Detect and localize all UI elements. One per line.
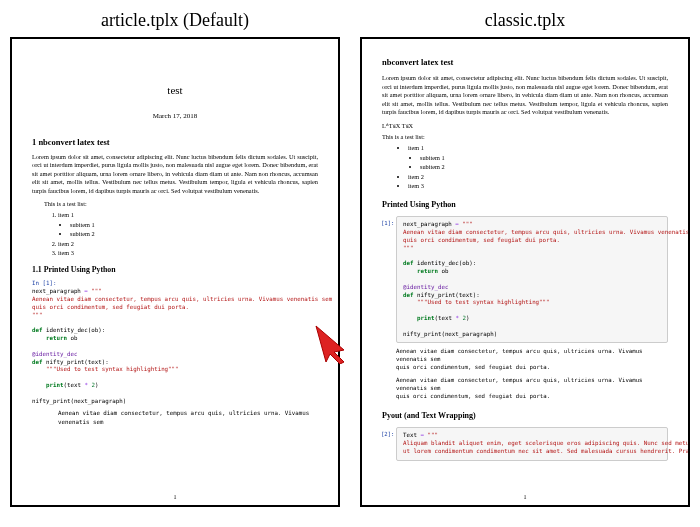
list-item: item 3 [408, 182, 668, 191]
code-block: next_paragraph = """ Aenean vitae diam c… [403, 221, 661, 338]
code-block: Text = """ Aliquam blandit aliquet enim,… [403, 432, 661, 455]
list-intro: This is a test list: [382, 133, 668, 142]
subsection-heading: Printed Using Python [382, 200, 668, 211]
lorem-paragraph: Lorem ipsum dolor sit amet, consectetur … [382, 74, 668, 117]
test-list: item 1 [32, 211, 318, 220]
latex-label: LᴬTᴇX TᴇX [382, 122, 668, 131]
classic-page: nbconvert latex test Lorem ipsum dolor s… [360, 37, 690, 507]
code-output: Aenean vitae diam consectetur, tempus ar… [396, 377, 668, 401]
right-template-label: classic.tplx [485, 0, 565, 37]
list-item: item 2 [408, 173, 668, 182]
list-item: item 2 [58, 240, 318, 249]
left-pane: article.tplx (Default) test March 17, 20… [0, 0, 350, 527]
test-list-cont: item 2 item 3 [382, 173, 668, 190]
list-item: item 1 [408, 144, 668, 153]
left-template-label: article.tplx (Default) [101, 0, 249, 37]
input-prompt: [2]: [381, 431, 394, 439]
doc-date: March 17, 2018 [32, 112, 318, 121]
input-prompt: In [1]: [32, 280, 58, 288]
code-output: Aenean vitae diam consectetur, tempus ar… [32, 409, 318, 425]
test-sublist: subitem 1 subitem 2 [382, 154, 668, 171]
list-item: subitem 1 [420, 154, 668, 163]
code-block: next_paragraph = """ Aenean vitae diam c… [32, 288, 332, 405]
section-heading: 1 nbconvert latex test [32, 137, 318, 148]
page-number: 1 [362, 493, 688, 501]
list-item: item 1 [58, 211, 318, 220]
test-list: item 1 [382, 144, 668, 153]
subsection-heading: Pyout (and Text Wrapping) [382, 411, 668, 422]
right-pane: classic.tplx nbconvert latex test Lorem … [350, 0, 700, 527]
section-heading: nbconvert latex test [382, 57, 668, 68]
list-item: subitem 2 [70, 230, 318, 239]
article-page: test March 17, 2018 1 nbconvert latex te… [10, 37, 340, 507]
list-item: item 3 [58, 249, 318, 258]
page-number: 1 [12, 493, 338, 501]
doc-title: test [32, 83, 318, 98]
subsection-heading: 1.1 Printed Using Python [32, 265, 318, 276]
test-list-cont: item 2 item 3 [32, 240, 318, 257]
code-output: Aenean vitae diam consectetur, tempus ar… [396, 348, 668, 372]
list-item: subitem 1 [70, 221, 318, 230]
code-cell: [1]: next_paragraph = """ Aenean vitae d… [396, 216, 668, 343]
code-cell: [2]: Text = """ Aliquam blandit aliquet … [396, 427, 668, 460]
code-cell: In [1]:next_paragraph = """ Aenean vitae… [32, 280, 318, 406]
list-item: subitem 2 [420, 163, 668, 172]
lorem-paragraph: Lorem ipsum dolor sit amet, consectetur … [32, 153, 318, 196]
test-sublist: subitem 1 subitem 2 [32, 221, 318, 238]
list-intro: This is a test list: [32, 200, 318, 209]
comparison-panes: article.tplx (Default) test March 17, 20… [0, 0, 700, 527]
input-prompt: [1]: [381, 220, 394, 228]
